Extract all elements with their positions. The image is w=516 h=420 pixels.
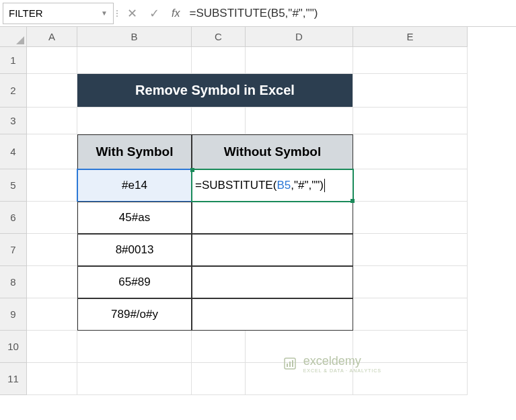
name-box-value: FILTER	[9, 7, 101, 19]
col-header-e[interactable]: E	[353, 27, 468, 47]
cell-e8[interactable]	[353, 266, 468, 298]
edit-handle-tl	[190, 168, 194, 172]
edit-prefix: =SUBSTITUTE(	[195, 179, 277, 192]
svg-rect-1	[287, 364, 288, 367]
formula-bar-buttons: ✕ ✓ fx	[127, 6, 180, 21]
col-header-c[interactable]: C	[192, 27, 246, 47]
row-header-3[interactable]: 3	[0, 108, 27, 134]
row-header-10[interactable]: 10	[0, 331, 27, 363]
cell-c11[interactable]	[192, 363, 246, 395]
cell-a4[interactable]	[27, 134, 77, 169]
cell-a6[interactable]	[27, 202, 77, 234]
row-header-7[interactable]: 7	[0, 234, 27, 266]
watermark-icon	[282, 355, 298, 372]
cell-b3[interactable]	[77, 108, 192, 134]
column-headers: A B C D E	[0, 27, 516, 47]
cell-c8[interactable]	[192, 266, 353, 298]
cell-b11[interactable]	[77, 363, 192, 395]
edit-content: =SUBSTITUTE(B5,"#","")	[195, 179, 325, 193]
formula-input[interactable]: =SUBSTITUTE(B5,"#","")	[180, 7, 516, 20]
watermark: exceldemy EXCEL & DATA · ANALYTICS	[282, 354, 381, 373]
row-header-6[interactable]: 6	[0, 202, 27, 234]
cell-b9[interactable]: 789#/o#y	[77, 298, 192, 331]
cell-b1[interactable]	[77, 47, 192, 74]
cell-e4[interactable]	[353, 134, 468, 169]
cell-e1[interactable]	[353, 47, 468, 74]
svg-rect-3	[292, 360, 293, 367]
watermark-name: exceldemy	[303, 354, 381, 368]
title-cell[interactable]: Remove Symbol in Excel	[77, 74, 353, 108]
cell-e3[interactable]	[353, 108, 468, 134]
row-headers: 1 2 3 4 5 6 7 8 9 10 11	[0, 47, 27, 395]
name-box[interactable]: FILTER ▼	[3, 3, 114, 24]
cell-d3[interactable]	[246, 108, 353, 134]
cell-c10[interactable]	[192, 331, 246, 363]
edit-handle-br	[351, 199, 355, 203]
col-header-a[interactable]: A	[27, 27, 77, 47]
cell-a7[interactable]	[27, 234, 77, 266]
cell-grid: Remove Symbol in Excel With Symbol Witho…	[27, 47, 468, 395]
col-header-b[interactable]: B	[77, 27, 192, 47]
cell-e6[interactable]	[353, 202, 468, 234]
cell-a11[interactable]	[27, 363, 77, 395]
cell-b10[interactable]	[77, 331, 192, 363]
cell-a5[interactable]	[27, 169, 77, 202]
row-header-5[interactable]: 5	[0, 169, 27, 202]
cell-c9[interactable]	[192, 298, 353, 331]
cell-c6[interactable]	[192, 202, 353, 234]
row-header-11[interactable]: 11	[0, 363, 27, 395]
edit-suffix: ,"#","")	[291, 179, 324, 192]
confirm-icon[interactable]: ✓	[149, 6, 159, 21]
cell-e7[interactable]	[353, 234, 468, 266]
cancel-icon[interactable]: ✕	[127, 6, 137, 21]
svg-rect-2	[289, 362, 291, 367]
cell-c1[interactable]	[192, 47, 246, 74]
formula-bar: FILTER ▼ ✕ ✓ fx =SUBSTITUTE(B5,"#","")	[0, 0, 516, 27]
cell-a2[interactable]	[27, 74, 77, 108]
cell-e9[interactable]	[353, 298, 468, 331]
fx-icon[interactable]: fx	[172, 7, 180, 19]
cell-b8[interactable]: 65#89	[77, 266, 192, 298]
cell-c5-editing[interactable]: =SUBSTITUTE(B5,"#","")	[192, 169, 353, 202]
name-box-dropdown-icon[interactable]: ▼	[101, 9, 108, 17]
cell-b7[interactable]: 8#0013	[77, 234, 192, 266]
edit-ref: B5	[277, 179, 291, 192]
cell-a9[interactable]	[27, 298, 77, 331]
spreadsheet: 1 2 3 4 5 6 7 8 9 10 11 Remove Symbol in…	[0, 47, 516, 395]
cell-b6[interactable]: 45#as	[77, 202, 192, 234]
row-header-1[interactable]: 1	[0, 47, 27, 74]
row-header-9[interactable]: 9	[0, 298, 27, 331]
cell-a1[interactable]	[27, 47, 77, 74]
header-without-symbol[interactable]: Without Symbol	[192, 134, 353, 169]
row-header-4[interactable]: 4	[0, 134, 27, 169]
text-cursor	[324, 179, 325, 192]
cell-e5[interactable]	[353, 169, 468, 202]
cell-a10[interactable]	[27, 331, 77, 363]
cell-d1[interactable]	[246, 47, 353, 74]
select-all-button[interactable]	[0, 27, 27, 47]
col-header-d[interactable]: D	[246, 27, 353, 47]
formula-bar-divider	[116, 10, 118, 17]
cell-c7[interactable]	[192, 234, 353, 266]
cell-e2[interactable]	[353, 74, 468, 108]
cell-c3[interactable]	[192, 108, 246, 134]
cell-b5[interactable]: #e14	[77, 169, 192, 202]
cell-a3[interactable]	[27, 108, 77, 134]
row-header-8[interactable]: 8	[0, 266, 27, 298]
row-header-2[interactable]: 2	[0, 74, 27, 108]
watermark-text: exceldemy EXCEL & DATA · ANALYTICS	[303, 354, 381, 373]
cell-a8[interactable]	[27, 266, 77, 298]
header-with-symbol[interactable]: With Symbol	[77, 134, 192, 169]
watermark-sub: EXCEL & DATA · ANALYTICS	[303, 368, 381, 373]
